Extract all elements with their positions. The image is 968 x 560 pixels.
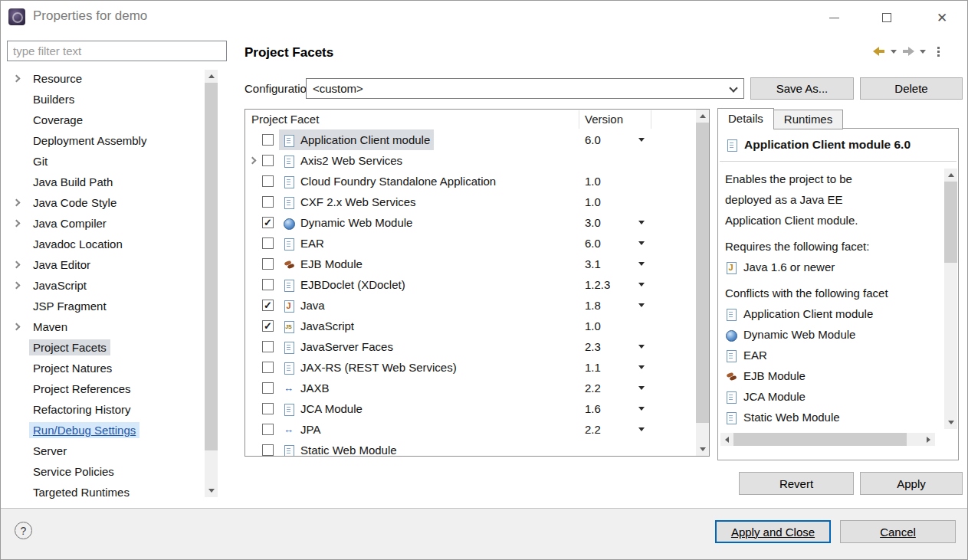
facet-row-cloud-foundry-standalone-application[interactable]: Cloud Foundry Standalone Application1.0 — [245, 171, 696, 192]
chevron-right-icon[interactable] — [13, 323, 21, 331]
apply-and-close-button[interactable]: Apply and Close — [715, 520, 831, 543]
sidebar-item-java-compiler[interactable]: Java Compiler — [1, 213, 203, 234]
scrollbar-thumb[interactable] — [733, 433, 907, 446]
facet-row-application-client-module[interactable]: Application Client module6.0 — [245, 129, 696, 150]
facet-checkbox[interactable]: ✓ — [262, 217, 274, 228]
view-menu-icon[interactable] — [937, 47, 940, 57]
facet-row-ejbdoclet-xdoclet[interactable]: EJBDoclet (XDoclet)1.2.3 — [245, 274, 696, 295]
facet-row-jpa[interactable]: JPA2.2 — [245, 419, 696, 440]
scroll-up-arrow-icon[interactable] — [944, 169, 957, 182]
sidebar-item-maven[interactable]: Maven — [1, 316, 203, 337]
facet-row-jca-module[interactable]: JCA Module1.6 — [245, 398, 696, 419]
tab-details[interactable]: Details — [717, 108, 774, 129]
sidebar-item-run-debug-settings[interactable]: Run/Debug Settings — [1, 420, 203, 440]
facet-checkbox[interactable] — [262, 279, 274, 290]
chevron-right-icon[interactable] — [13, 282, 21, 290]
scroll-down-arrow-icon[interactable] — [944, 416, 957, 429]
facet-checkbox[interactable] — [262, 258, 274, 270]
facet-checkbox[interactable] — [262, 362, 274, 373]
sidebar-item-refactoring-history[interactable]: Refactoring History — [1, 399, 203, 420]
facet-checkbox[interactable] — [262, 444, 274, 456]
facet-checkbox[interactable] — [262, 196, 274, 208]
forward-icon[interactable] — [902, 47, 914, 56]
facet-row-ear[interactable]: EAR6.0 — [245, 233, 696, 254]
sidebar-item-server[interactable]: Server — [1, 440, 203, 461]
scroll-up-arrow-icon[interactable] — [205, 70, 218, 83]
sidebar-item-java-editor[interactable]: Java Editor — [1, 254, 203, 275]
sidebar-item-project-references[interactable]: Project References — [1, 378, 203, 399]
scroll-left-arrow-icon[interactable] — [720, 433, 733, 446]
sidebar-item-project-facets[interactable]: Project Facets — [1, 337, 203, 358]
filter-input[interactable] — [7, 41, 227, 61]
sidebar-item-service-policies[interactable]: Service Policies — [1, 461, 203, 482]
details-vertical-scrollbar[interactable] — [944, 169, 957, 429]
facet-checkbox[interactable] — [262, 237, 274, 249]
version-dropdown-icon[interactable] — [638, 345, 645, 349]
close-button[interactable]: ✕ — [930, 7, 953, 28]
apply-button[interactable]: Apply — [860, 472, 963, 495]
chevron-right-icon[interactable] — [249, 157, 257, 165]
delete-button[interactable]: Delete — [860, 77, 963, 100]
sidebar-item-builders[interactable]: Builders — [1, 89, 203, 110]
sidebar-item-javascript[interactable]: JavaScript — [1, 275, 203, 296]
forward-dropdown-icon[interactable] — [920, 50, 926, 54]
facet-row-ejb-module[interactable]: EJB Module3.1 — [245, 254, 696, 274]
cancel-button[interactable]: Cancel — [840, 520, 956, 543]
facet-row-jaxb[interactable]: JAXB2.2 — [245, 378, 696, 398]
facet-row-java[interactable]: ✓Java1.8 — [245, 295, 696, 316]
scroll-down-arrow-icon[interactable] — [696, 443, 709, 456]
facet-checkbox[interactable] — [262, 155, 274, 166]
version-dropdown-icon[interactable] — [638, 221, 645, 224]
chevron-right-icon[interactable] — [13, 220, 21, 228]
sidebar-item-deployment-assembly[interactable]: Deployment Assembly — [1, 130, 203, 151]
facet-checkbox[interactable]: ✓ — [262, 300, 274, 311]
facet-row-axis2-web-services[interactable]: Axis2 Web Services — [245, 150, 696, 171]
scrollbar-thumb[interactable] — [944, 182, 957, 263]
facet-checkbox[interactable] — [262, 424, 274, 435]
sidebar-item-java-code-style[interactable]: Java Code Style — [1, 192, 203, 213]
sidebar-item-resource[interactable]: Resource — [1, 68, 203, 89]
facet-checkbox[interactable] — [262, 134, 274, 146]
facet-row-cxf-2-x-web-services[interactable]: CXF 2.x Web Services1.0 — [245, 192, 696, 212]
version-dropdown-icon[interactable] — [638, 262, 645, 266]
scroll-right-arrow-icon[interactable] — [922, 433, 935, 446]
revert-button[interactable]: Revert — [739, 472, 854, 495]
details-horizontal-scrollbar[interactable] — [720, 433, 935, 446]
version-dropdown-icon[interactable] — [638, 241, 645, 245]
sidebar-item-project-natures[interactable]: Project Natures — [1, 358, 203, 378]
sidebar-item-java-build-path[interactable]: Java Build Path — [1, 172, 203, 192]
sidebar-item-coverage[interactable]: Coverage — [1, 110, 203, 130]
scroll-down-arrow-icon[interactable] — [205, 484, 218, 497]
facet-checkbox[interactable] — [262, 382, 274, 394]
facet-row-static-web-module[interactable]: Static Web Module — [245, 440, 696, 456]
tab-runtimes[interactable]: Runtimes — [773, 110, 843, 129]
facet-row-javascript[interactable]: ✓JavaScript1.0 — [245, 316, 696, 336]
help-button[interactable]: ? — [15, 522, 32, 539]
sidebar-item-jsp-fragment[interactable]: JSP Fragment — [1, 296, 203, 316]
scrollbar-thumb[interactable] — [205, 83, 218, 450]
scrollbar-thumb[interactable] — [696, 123, 709, 423]
back-dropdown-icon[interactable] — [891, 50, 897, 54]
facet-checkbox[interactable] — [262, 403, 274, 414]
version-dropdown-icon[interactable] — [638, 407, 645, 411]
facet-table-scrollbar[interactable] — [696, 110, 709, 456]
facet-checkbox[interactable] — [262, 341, 274, 352]
version-dropdown-icon[interactable] — [638, 138, 645, 142]
sidebar-item-javadoc-location[interactable]: Javadoc Location — [1, 234, 203, 254]
facet-checkbox[interactable]: ✓ — [262, 320, 274, 332]
chevron-right-icon[interactable] — [13, 199, 21, 207]
sidebar-item-targeted-runtimes[interactable]: Targeted Runtimes — [1, 482, 203, 503]
facet-row-javaserver-faces[interactable]: JavaServer Faces2.3 — [245, 336, 696, 357]
version-dropdown-icon[interactable] — [638, 303, 645, 307]
configuration-select[interactable]: <custom> — [306, 78, 744, 99]
chevron-right-icon[interactable] — [13, 261, 21, 269]
minimize-button[interactable] — [822, 7, 845, 28]
sidebar-scrollbar[interactable] — [205, 70, 218, 497]
version-dropdown-icon[interactable] — [638, 386, 645, 390]
facet-row-jax-rs-rest-web-services[interactable]: JAX-RS (REST Web Services)1.1 — [245, 357, 696, 378]
scroll-up-arrow-icon[interactable] — [696, 110, 709, 123]
version-dropdown-icon[interactable] — [638, 365, 645, 369]
version-dropdown-icon[interactable] — [638, 283, 645, 287]
back-icon[interactable] — [873, 47, 885, 56]
save-as-button[interactable]: Save As... — [750, 77, 854, 100]
